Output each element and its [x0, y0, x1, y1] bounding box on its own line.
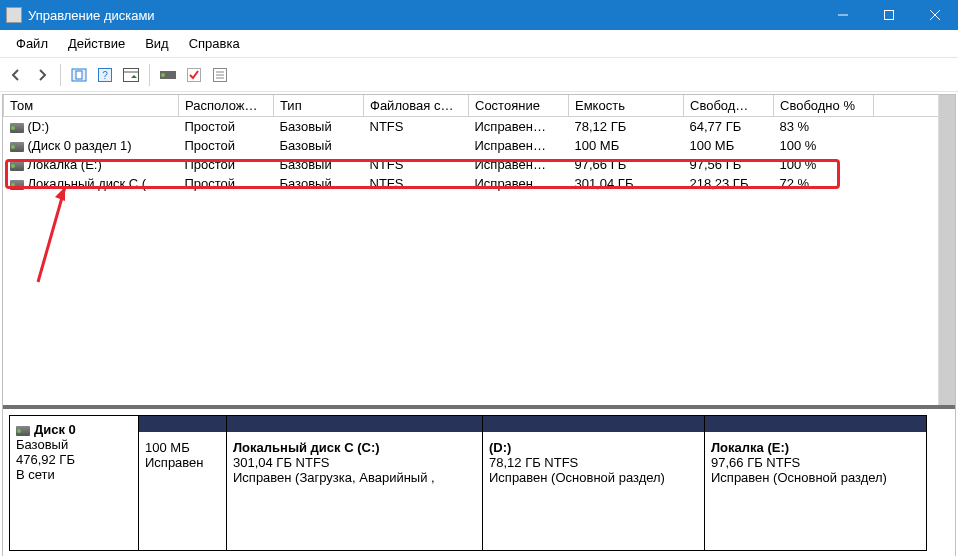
app-icon: [6, 7, 22, 23]
volume-icon: [10, 180, 24, 190]
volume-icon: [10, 123, 24, 133]
toolbar-separator: [60, 64, 61, 86]
table-row[interactable]: (D:) Простой Базовый NTFS Исправен… 78,1…: [4, 117, 955, 137]
cell-freepct: 72 %: [774, 174, 874, 193]
menubar: Файл Действие Вид Справка: [0, 30, 958, 58]
svg-line-17: [38, 187, 65, 282]
partition-status: Исправен (Загрузка, Аварийный ,: [233, 470, 476, 485]
partition[interactable]: Локалка (E:) 97,66 ГБ NTFS Исправен (Осн…: [705, 415, 927, 551]
arrow-annotation: [33, 177, 73, 287]
partition-name: Локалка (E:): [711, 440, 920, 455]
partition[interactable]: Локальный диск C (C:) 301,04 ГБ NTFS Исп…: [227, 415, 483, 551]
volume-icon: [10, 142, 24, 152]
scrollbar-thumb[interactable]: [939, 95, 955, 405]
volume-name: (Диск 0 раздел 1): [28, 138, 132, 153]
partition-bar: [227, 416, 482, 432]
volume-icon: [10, 161, 24, 171]
partition[interactable]: 100 МБ Исправен: [139, 415, 227, 551]
col-layout[interactable]: Располож…: [179, 95, 274, 117]
disk-name: Диск 0: [34, 422, 76, 437]
partition-size: 78,12 ГБ NTFS: [489, 455, 698, 470]
cell-fs: [364, 136, 469, 155]
cell-freepct: 83 %: [774, 117, 874, 137]
cell-status: Исправен…: [469, 117, 569, 137]
toolbar-separator: [149, 64, 150, 86]
cell-capacity: 78,12 ГБ: [569, 117, 684, 137]
partition-bar: [705, 416, 926, 432]
content-area: Том Располож… Тип Файловая с… Состояние …: [2, 94, 956, 556]
partition[interactable]: (D:) 78,12 ГБ NTFS Исправен (Основной ра…: [483, 415, 705, 551]
table-row[interactable]: Локальный диск C (… Простой Базовый NTFS…: [4, 174, 955, 193]
menu-view[interactable]: Вид: [135, 32, 179, 55]
disk-capacity: 476,92 ГБ: [16, 452, 75, 467]
cell-layout: Простой: [179, 136, 274, 155]
window-title: Управление дисками: [28, 8, 820, 23]
svg-point-11: [161, 73, 165, 77]
col-type[interactable]: Тип: [274, 95, 364, 117]
partition-name: (D:): [489, 440, 698, 455]
cell-layout: Простой: [179, 174, 274, 193]
view-list-icon[interactable]: [119, 63, 143, 87]
col-freepct[interactable]: Свободно %: [774, 95, 874, 117]
disk-button[interactable]: [156, 63, 180, 87]
menu-help[interactable]: Справка: [179, 32, 250, 55]
col-capacity[interactable]: Емкость: [569, 95, 684, 117]
disk-icon: [16, 426, 30, 436]
graphical-view: Диск 0 Базовый 476,92 ГБ В сети 100 МБ И…: [3, 405, 955, 556]
cell-type: Базовый: [274, 136, 364, 155]
partition-bar: [139, 416, 226, 432]
partition-size: 301,04 ГБ NTFS: [233, 455, 476, 470]
col-status[interactable]: Состояние: [469, 95, 569, 117]
col-free[interactable]: Свобод…: [684, 95, 774, 117]
help-icon[interactable]: ?: [93, 63, 117, 87]
maximize-button[interactable]: [866, 0, 912, 30]
forward-button[interactable]: [30, 63, 54, 87]
cell-layout: Простой: [179, 117, 274, 137]
cell-freepct: 100 %: [774, 155, 874, 174]
cell-type: Базовый: [274, 155, 364, 174]
svg-rect-5: [76, 71, 82, 79]
disk-type: Базовый: [16, 437, 68, 452]
menu-file[interactable]: Файл: [6, 32, 58, 55]
cell-type: Базовый: [274, 117, 364, 137]
cell-fs: NTFS: [364, 117, 469, 137]
col-volume[interactable]: Том: [4, 95, 179, 117]
cell-status: Исправен…: [469, 155, 569, 174]
partitions-container: 100 МБ Исправен Локальный диск C (C:) 30…: [139, 415, 949, 551]
volume-list[interactable]: Том Располож… Тип Файловая с… Состояние …: [3, 95, 955, 405]
col-filesystem[interactable]: Файловая с…: [364, 95, 469, 117]
partition-status: Исправен (Основной раздел): [711, 470, 920, 485]
checkmark-icon[interactable]: [182, 63, 206, 87]
svg-rect-8: [124, 68, 139, 81]
disk-status: В сети: [16, 467, 55, 482]
cell-type: Базовый: [274, 174, 364, 193]
cell-free: 64,77 ГБ: [684, 117, 774, 137]
cell-fs: NTFS: [364, 174, 469, 193]
cell-layout: Простой: [179, 155, 274, 174]
partition-size: 100 МБ: [145, 440, 220, 455]
cell-status: Исправен…: [469, 136, 569, 155]
partition-status: Исправен (Основной раздел): [489, 470, 698, 485]
table-header-row: Том Располож… Тип Файловая с… Состояние …: [4, 95, 955, 117]
table-row[interactable]: Локалка (E:) Простой Базовый NTFS Исправ…: [4, 155, 955, 174]
partition-size: 97,66 ГБ NTFS: [711, 455, 920, 470]
cell-freepct: 100 %: [774, 136, 874, 155]
volume-name: Локальный диск C (…: [28, 176, 160, 191]
cell-capacity: 97,66 ГБ: [569, 155, 684, 174]
svg-text:?: ?: [102, 70, 108, 81]
close-button[interactable]: [912, 0, 958, 30]
cell-status: Исправен…: [469, 174, 569, 193]
cell-capacity: 100 МБ: [569, 136, 684, 155]
menu-action[interactable]: Действие: [58, 32, 135, 55]
cell-free: 218,23 ГБ: [684, 174, 774, 193]
table-row[interactable]: (Диск 0 раздел 1) Простой Базовый Исправ…: [4, 136, 955, 155]
refresh-button[interactable]: [67, 63, 91, 87]
minimize-button[interactable]: [820, 0, 866, 30]
partition-bar: [483, 416, 704, 432]
scrollbar-vertical[interactable]: [938, 95, 955, 405]
back-button[interactable]: [4, 63, 28, 87]
disk-label[interactable]: Диск 0 Базовый 476,92 ГБ В сети: [9, 415, 139, 551]
partition-status: Исправен: [145, 455, 220, 470]
properties-icon[interactable]: [208, 63, 232, 87]
toolbar: ?: [0, 58, 958, 92]
